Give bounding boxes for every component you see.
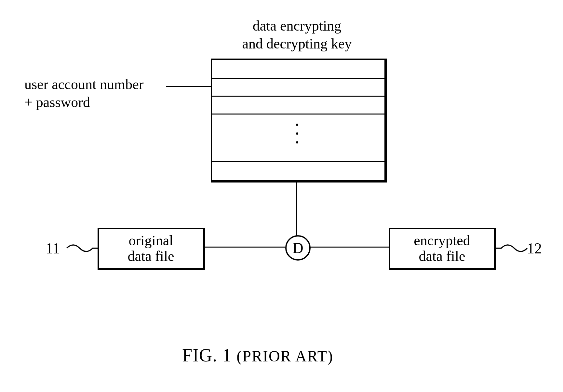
- key-table-box: [211, 59, 387, 182]
- key-box-title-line2: and decrypting key: [211, 36, 383, 52]
- connector-left-file-to-d: [205, 247, 285, 248]
- key-table-row-divider: [212, 78, 384, 79]
- ref-squiggle-right-icon: [496, 243, 527, 253]
- dot-icon: [296, 124, 298, 126]
- figure-caption: FIG. 1 (PRIOR ART): [182, 345, 333, 366]
- ellipsis-icon: [296, 124, 298, 143]
- key-box-title-line1: data encrypting: [211, 18, 383, 34]
- encrypted-file-line2: data file: [419, 248, 465, 264]
- dot-icon: [296, 141, 298, 143]
- figure-number: FIG. 1: [182, 345, 232, 365]
- original-file-line2: data file: [128, 248, 174, 264]
- encrypted-file-line1: encrypted: [414, 233, 470, 249]
- diagram-canvas: data encrypting and decrypting key user …: [0, 0, 563, 392]
- original-data-file-box: original data file: [98, 228, 205, 270]
- connector-keybox-to-d: [296, 181, 297, 236]
- user-account-label-line1: user account number: [24, 76, 144, 93]
- title-text-1: data encrypting: [253, 18, 341, 34]
- d-label: D: [292, 239, 303, 257]
- encrypted-data-file-box: encrypted data file: [389, 228, 496, 270]
- ref-squiggle-left-icon: [67, 243, 98, 253]
- key-table-row-divider: [212, 114, 384, 115]
- dot-icon: [296, 132, 298, 135]
- ref-number-left: 11: [46, 240, 60, 257]
- key-table-row-divider: [212, 96, 384, 97]
- figure-prior-art: (PRIOR ART): [236, 347, 333, 365]
- connector-d-to-right-file: [309, 247, 389, 248]
- ref-number-right: 12: [527, 240, 542, 257]
- d-operation-node: D: [285, 235, 311, 261]
- connector-user-to-keybox: [166, 86, 211, 87]
- title-text-2: and decrypting key: [242, 36, 352, 52]
- original-file-line1: original: [129, 233, 173, 249]
- key-table-row-divider: [212, 161, 384, 162]
- user-account-label-line2: + password: [24, 94, 90, 111]
